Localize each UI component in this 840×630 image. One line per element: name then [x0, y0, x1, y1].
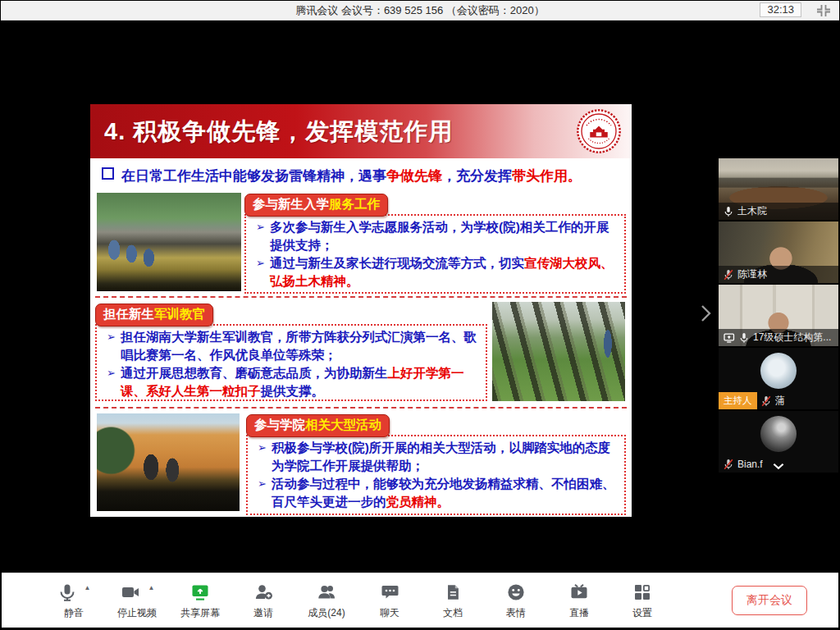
bullet-text: 多次参与新生入学志愿服务活动，为学校(院)相关工作的开展提供支持； — [270, 218, 619, 254]
participant-name: 蒲 — [775, 394, 785, 408]
slide-header-banner: 4. 积极争做先锋，发挥模范作用 — [90, 104, 632, 158]
bullet-text: 通过与新生及家长进行现场交流等方式，切实宣传湖大校风、弘扬土木精神。 — [270, 254, 619, 290]
mic-on-icon — [739, 332, 749, 344]
mic-icon: ▲ — [57, 581, 91, 604]
participant-video-strip: 土木院陈谨林17级硕士结构第...主持人蒲Bian.f — [719, 158, 838, 474]
toolbar-item-label: 聊天 — [380, 606, 399, 620]
participant-tile[interactable]: 17级硕士结构第... — [719, 285, 838, 346]
emoji-icon — [506, 581, 526, 604]
participant-avatar — [760, 416, 797, 452]
exit-fullscreen-icon[interactable] — [815, 3, 832, 18]
dashed-separator — [95, 296, 627, 298]
participant-name-bar: 17级硕士结构第... — [719, 329, 838, 346]
meeting-toolbar: ▲静音▲停止视频共享屏幕邀请成员(24)聊天文档表情直播设置 离开会议 — [2, 573, 838, 628]
arrow-bullet-icon: ➢ — [253, 439, 272, 475]
bullet-text: 积极参与学校(院)所开展的相关大型活动，以脚踏实地的态度为学院工作开展提供帮助； — [272, 439, 619, 475]
toolbar-item-camera[interactable]: ▲停止视频 — [117, 581, 157, 620]
bullet-text: 通过开展思想教育、磨砺意志品质，为协助新生上好开学第一课、系好人生第一粒扣子提供… — [121, 364, 481, 400]
document-icon — [444, 581, 462, 604]
toolbar-item-screen-share[interactable]: 共享屏幕 — [180, 581, 220, 620]
photo-military-training — [492, 302, 625, 401]
bullet-text: 活动参与过程中，能够较为充分地发扬精益求精、不怕困难、百尺竿头更进一步的党员精神… — [272, 475, 619, 511]
toolbar-item-label: 静音 — [64, 606, 84, 620]
screen-share-icon — [189, 581, 211, 604]
toolbar-item-person-add[interactable]: 邀请 — [244, 581, 283, 620]
slide-intro-line: 在日常工作生活中能够发扬雷锋精神，遇事争做先锋，充分发挥带头作用。 — [102, 167, 627, 186]
participant-tile[interactable]: 土木院 — [719, 158, 838, 220]
toolbar-item-document[interactable]: 文档 — [433, 581, 472, 620]
photo-freshmen-bus-volunteers — [97, 193, 241, 291]
bullet-item: ➢通过开展思想教育、磨砺意志品质，为协助新生上好开学第一课、系好人生第一粒扣子提… — [102, 364, 481, 400]
meeting-timer: 32:13 — [760, 2, 801, 17]
options-caret-icon[interactable]: ▲ — [84, 584, 91, 591]
arrow-bullet-icon: ➢ — [251, 254, 270, 290]
tencent-meeting-window: 腾讯会议 会议号：639 525 156 （会议密码：2020） 32:13 4… — [0, 0, 840, 630]
photo-campus-event — [97, 413, 240, 511]
participant-name-bar: 土木院 — [719, 203, 838, 220]
arrow-bullet-icon: ➢ — [251, 218, 270, 254]
mic-muted-icon — [761, 395, 771, 407]
toolbar-item-mic[interactable]: ▲静音 — [54, 581, 94, 620]
participant-avatar — [760, 353, 797, 389]
bullet-item: ➢活动参与过程中，能够较为充分地发扬精益求精、不怕困难、百尺竿头更进一步的党员精… — [253, 475, 619, 511]
participant-name: 陈谨林 — [737, 267, 767, 281]
dashed-separator — [95, 407, 627, 409]
toolbar-item-label: 共享屏幕 — [180, 606, 220, 620]
section-2-bullets-box: ➢担任湖南大学新生军训教官，所带方阵获分列式汇演第一名、歌唱比赛第一名、作风优良… — [95, 324, 487, 401]
chat-icon — [380, 581, 400, 604]
toolbar-item-label: 设置 — [632, 606, 652, 620]
live-icon — [568, 581, 590, 604]
university-seal-logo — [576, 108, 622, 154]
chevron-down-icon[interactable] — [773, 463, 785, 470]
intro-text: 在日常工作生活中能够发扬雷锋精神，遇事争做先锋，充分发挥带头作用。 — [121, 168, 582, 184]
participant-name-bar: 主持人蒲 — [719, 392, 838, 409]
camera-icon: ▲ — [120, 581, 155, 604]
arrow-bullet-icon: ➢ — [253, 475, 272, 511]
toolbar-item-settings[interactable]: 设置 — [623, 581, 662, 620]
toolbar-item-label: 停止视频 — [117, 606, 157, 620]
section-1-bullets-box: ➢多次参与新生入学志愿服务活动，为学校(院)相关工作的开展提供支持；➢通过与新生… — [244, 214, 626, 294]
meeting-title: 腾讯会议 会议号：639 525 156 （会议密码：2020） — [1, 1, 839, 20]
members-icon — [316, 581, 337, 604]
person-add-icon — [253, 581, 274, 604]
bullet-item: ➢担任湖南大学新生军训教官，所带方阵获分列式汇演第一名、歌唱比赛第一名、作风优良… — [102, 328, 481, 364]
toolbar-item-live[interactable]: 直播 — [559, 581, 599, 620]
participant-tile[interactable]: 陈谨林 — [719, 221, 838, 283]
toolbar-item-label: 文档 — [443, 606, 463, 620]
mic-muted-icon — [724, 269, 733, 281]
arrow-bullet-icon: ➢ — [102, 364, 121, 400]
toolbar-item-label: 直播 — [569, 606, 589, 620]
participant-tile[interactable]: Bian.f — [719, 411, 838, 472]
toolbar-item-label: 成员(24) — [308, 606, 345, 620]
toolbar-item-emoji[interactable]: 表情 — [496, 581, 536, 620]
toolbar-item-members[interactable]: 成员(24) — [307, 581, 346, 620]
section-2-badge: 担任新生军训教官 — [95, 304, 213, 326]
presentation-slide: 4. 积极争做先锋，发挥模范作用 在日常工作生活中能够发扬雷锋精神，遇事争做先锋… — [90, 104, 632, 517]
slide-title: 4. 积极争做先锋，发挥模范作用 — [104, 116, 453, 148]
chevron-right-icon[interactable] — [701, 304, 714, 326]
host-badge: 主持人 — [719, 392, 757, 409]
title-bar: 腾讯会议 会议号：639 525 156 （会议密码：2020） 32:13 — [1, 1, 839, 21]
bullet-item: ➢多次参与新生入学志愿服务活动，为学校(院)相关工作的开展提供支持； — [251, 218, 619, 254]
section-1-badge: 参与新生入学服务工作 — [244, 194, 388, 217]
participant-name: Bian.f — [737, 459, 763, 470]
mic-muted-icon — [724, 459, 733, 470]
bullet-item: ➢通过与新生及家长进行现场交流等方式，切实宣传湖大校风、弘扬土木精神。 — [251, 254, 619, 290]
shared-screen-area: 4. 积极争做先锋，发挥模范作用 在日常工作生活中能够发扬雷锋精神，遇事争做先锋… — [2, 21, 838, 572]
bullet-text: 担任湖南大学新生军训教官，所带方阵获分列式汇演第一名、歌唱比赛第一名、作风优良单… — [121, 328, 481, 364]
section-3-bullets-box: ➢积极参与学校(院)所开展的相关大型活动，以脚踏实地的态度为学院工作开展提供帮助… — [246, 435, 626, 515]
toolbar-item-label: 邀请 — [253, 606, 273, 620]
participant-tile[interactable]: 主持人蒲 — [719, 348, 838, 409]
arrow-bullet-icon: ➢ — [102, 328, 121, 364]
screen-sharing-indicator-icon — [724, 333, 735, 343]
toolbar-item-chat[interactable]: 聊天 — [370, 581, 409, 620]
settings-icon — [632, 581, 652, 604]
toolbar-items: ▲静音▲停止视频共享屏幕邀请成员(24)聊天文档表情直播设置 — [2, 581, 662, 620]
options-caret-icon[interactable]: ▲ — [148, 584, 155, 591]
participant-name-bar: 陈谨林 — [719, 266, 838, 283]
leave-meeting-button[interactable]: 离开会议 — [732, 586, 807, 615]
participant-name: 17级硕士结构第... — [753, 331, 831, 345]
square-bullet-icon — [102, 167, 114, 180]
mic-on-icon — [724, 206, 733, 217]
section-3-badge: 参与学院相关大型活动 — [246, 414, 390, 437]
